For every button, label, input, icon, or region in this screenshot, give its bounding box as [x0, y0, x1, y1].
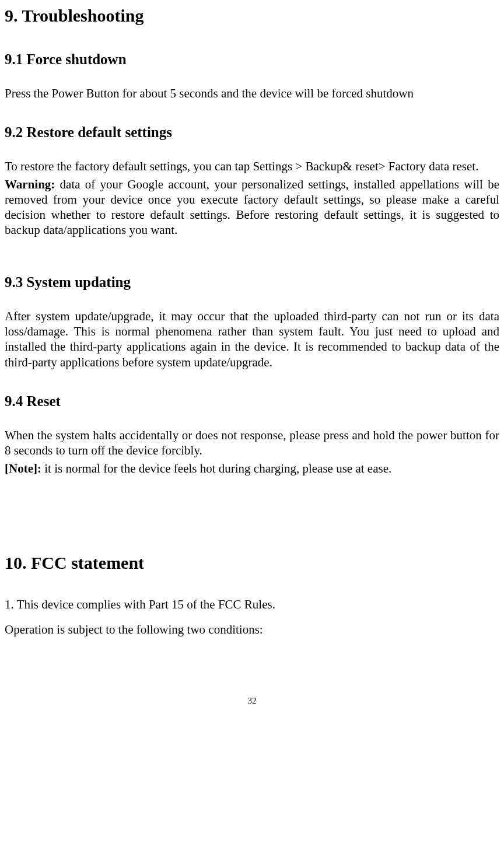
- note-paragraph: [Note]: it is normal for the device feel…: [5, 461, 499, 476]
- section-heading-9-1: 9.1 Force shutdown: [5, 50, 499, 68]
- paragraph: 1. This device complies with Part 15 of …: [5, 597, 499, 612]
- section-heading-9-2: 9.2 Restore default settings: [5, 123, 499, 141]
- paragraph: When the system halts accidentally or do…: [5, 428, 499, 459]
- paragraph: Operation is subject to the following tw…: [5, 622, 499, 637]
- section-heading-9-4: 9.4 Reset: [5, 392, 499, 410]
- section-heading-9-3: 9.3 System updating: [5, 273, 499, 291]
- note-text: it is normal for the device feels hot du…: [41, 461, 391, 475]
- warning-text: data of your Google account, your person…: [5, 177, 499, 237]
- page-number: 32: [5, 695, 499, 706]
- paragraph: After system update/upgrade, it may occu…: [5, 309, 499, 370]
- note-label: [Note]:: [5, 461, 41, 475]
- warning-label: Warning:: [5, 177, 55, 191]
- warning-paragraph: Warning: data of your Google account, yo…: [5, 177, 499, 238]
- chapter-heading: 9. Troubleshooting: [5, 5, 499, 27]
- chapter-heading-10: 10. FCC statement: [5, 552, 499, 574]
- paragraph: To restore the factory default settings,…: [5, 159, 499, 174]
- paragraph: Press the Power Button for about 5 secon…: [5, 86, 499, 101]
